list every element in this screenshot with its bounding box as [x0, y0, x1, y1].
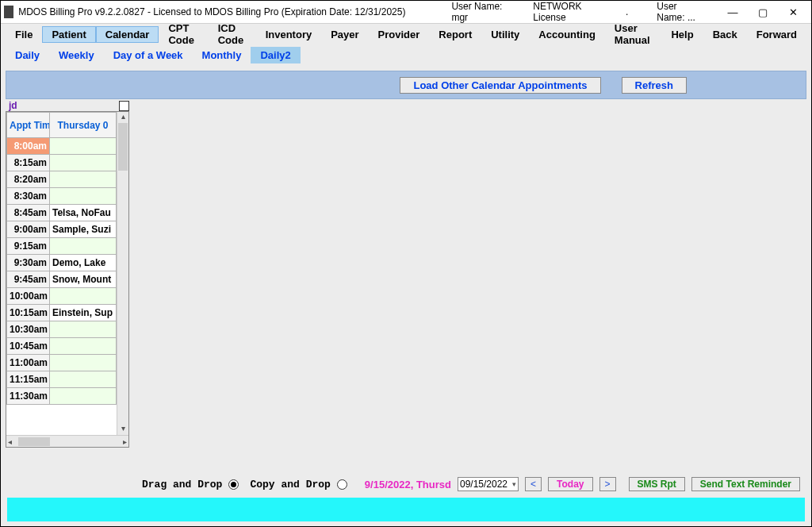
menu-cpt-code[interactable]: CPT Code: [159, 20, 208, 48]
time-cell[interactable]: 8:30am: [7, 188, 50, 205]
appointment-cell[interactable]: [50, 321, 117, 338]
appointment-cell[interactable]: [50, 355, 117, 371]
tab-monthly[interactable]: Monthly: [193, 47, 251, 63]
scroll-left-icon[interactable]: ◂: [8, 437, 12, 446]
menu-payer[interactable]: Payer: [321, 26, 368, 43]
time-cell[interactable]: 11:00am: [7, 355, 50, 371]
next-day-button[interactable]: >: [599, 477, 616, 491]
table-row[interactable]: 8:00am: [7, 138, 117, 155]
time-cell[interactable]: 9:45am: [7, 271, 50, 288]
menu-icd-code[interactable]: ICD Code: [209, 20, 256, 48]
scroll-thumb[interactable]: [118, 123, 128, 171]
menubar: File Patient Calendar CPT Code ICD Code …: [1, 23, 811, 44]
minimize-button[interactable]: ―: [718, 2, 748, 22]
appointment-cell[interactable]: [50, 171, 117, 188]
time-cell[interactable]: 10:15am: [7, 305, 50, 321]
appointment-cell[interactable]: [50, 155, 117, 171]
tab-daily2[interactable]: Daily2: [251, 47, 300, 63]
close-button[interactable]: ✕: [778, 2, 808, 22]
table-row[interactable]: 10:15amEinstein, Sup: [7, 305, 117, 321]
menu-calendar[interactable]: Calendar: [96, 26, 159, 43]
menu-report[interactable]: Report: [429, 26, 481, 43]
table-row[interactable]: 9:00amSample, Suzi: [7, 221, 117, 238]
appointment-cell[interactable]: Demo, Lake: [50, 255, 117, 271]
time-cell[interactable]: 8:00am: [7, 138, 50, 155]
table-row[interactable]: 8:15am: [7, 155, 117, 171]
appointment-grid[interactable]: Appt Time Thursday 0 8:00am8:15am8:20am8…: [6, 111, 129, 448]
time-cell[interactable]: 8:20am: [7, 171, 50, 188]
menu-provider[interactable]: Provider: [369, 26, 430, 43]
menu-forward[interactable]: Forward: [747, 26, 806, 43]
menu-back[interactable]: Back: [703, 26, 747, 43]
table-row[interactable]: 8:30am: [7, 188, 117, 205]
sms-report-button[interactable]: SMS Rpt: [629, 477, 685, 491]
time-cell[interactable]: 11:30am: [7, 388, 50, 405]
time-cell[interactable]: 9:15am: [7, 238, 50, 255]
bottom-bar: Drag and Drop Copy and Drop 9/15/2022, T…: [7, 474, 805, 494]
table-row[interactable]: 9:45amSnow, Mount: [7, 271, 117, 288]
scroll-right-icon[interactable]: ▸: [123, 437, 127, 446]
tab-daily[interactable]: Daily: [6, 47, 49, 63]
appointment-cell[interactable]: Snow, Mount: [50, 271, 117, 288]
table-row[interactable]: 8:20am: [7, 171, 117, 188]
date-value: 09/15/2022: [460, 479, 508, 490]
menu-inventory[interactable]: Inventory: [256, 26, 322, 43]
maximize-button[interactable]: ▢: [748, 2, 778, 22]
vertical-scrollbar[interactable]: ▴ ▾: [117, 112, 128, 435]
user-name-label: User Name: mgr: [437, 1, 519, 23]
appointment-cell[interactable]: [50, 188, 117, 205]
table-row[interactable]: 11:15am: [7, 371, 117, 388]
table-row[interactable]: 9:15am: [7, 238, 117, 255]
time-cell[interactable]: 10:45am: [7, 338, 50, 355]
appointment-cell[interactable]: Einstein, Sup: [50, 305, 117, 321]
menu-accounting[interactable]: Accounting: [529, 26, 605, 43]
menu-help[interactable]: Help: [661, 26, 703, 43]
appointment-cell[interactable]: [50, 288, 117, 305]
time-cell[interactable]: 8:15am: [7, 155, 50, 171]
time-cell[interactable]: 10:00am: [7, 288, 50, 305]
window-title: MDOS Billing Pro v9.2.2.0827 - Licensed …: [18, 6, 405, 17]
load-other-appointments-button[interactable]: Load Other Calendar Appointments: [400, 77, 600, 94]
appointment-cell[interactable]: [50, 138, 117, 155]
tab-weekly[interactable]: Weekly: [49, 47, 104, 63]
copy-drop-radio[interactable]: [337, 479, 347, 490]
menu-user-manual[interactable]: User Manual: [605, 20, 662, 48]
scroll-up-icon[interactable]: ▴: [117, 112, 128, 123]
copy-drop-label: Copy and Drop: [250, 479, 330, 490]
today-button[interactable]: Today: [548, 477, 592, 491]
table-row[interactable]: 11:00am: [7, 355, 117, 371]
chevron-down-icon[interactable]: ▾: [512, 480, 516, 488]
time-cell[interactable]: 10:30am: [7, 321, 50, 338]
scroll-down-icon[interactable]: ▾: [117, 424, 128, 435]
col-day[interactable]: Thursday 0: [50, 113, 117, 138]
tab-day-of-week[interactable]: Day of a Week: [104, 47, 193, 63]
col-appt-time[interactable]: Appt Time: [7, 113, 50, 138]
menu-file[interactable]: File: [6, 26, 42, 43]
appointment-cell[interactable]: [50, 388, 117, 405]
appointment-cell[interactable]: Sample, Suzi: [50, 221, 117, 238]
table-row[interactable]: 10:45am: [7, 338, 117, 355]
time-cell[interactable]: 9:00am: [7, 221, 50, 238]
time-cell[interactable]: 8:45am: [7, 205, 50, 221]
time-cell[interactable]: 9:30am: [7, 255, 50, 271]
appointment-cell[interactable]: Telsa, NoFau: [50, 205, 117, 221]
table-row[interactable]: 8:45amTelsa, NoFau: [7, 205, 117, 221]
drag-drop-radio[interactable]: [228, 479, 239, 490]
send-text-reminder-button[interactable]: Send Text Reminder: [691, 477, 800, 491]
table-row[interactable]: 10:30am: [7, 321, 117, 338]
user-checkbox[interactable]: [119, 101, 129, 111]
table-row[interactable]: 9:30amDemo, Lake: [7, 255, 117, 271]
h-scroll-thumb[interactable]: [18, 437, 50, 446]
menu-utility[interactable]: Utility: [481, 26, 529, 43]
prev-day-button[interactable]: <: [525, 477, 542, 491]
time-cell[interactable]: 11:15am: [7, 371, 50, 388]
appointment-cell[interactable]: [50, 338, 117, 355]
horizontal-scrollbar[interactable]: ◂ ▸: [6, 435, 128, 447]
appointment-cell[interactable]: [50, 371, 117, 388]
refresh-button[interactable]: Refresh: [622, 77, 687, 94]
appointment-cell[interactable]: [50, 238, 117, 255]
table-row[interactable]: 10:00am: [7, 288, 117, 305]
table-row[interactable]: 11:30am: [7, 388, 117, 405]
menu-patient[interactable]: Patient: [42, 26, 95, 43]
date-picker[interactable]: 09/15/2022 ▾: [458, 477, 519, 491]
